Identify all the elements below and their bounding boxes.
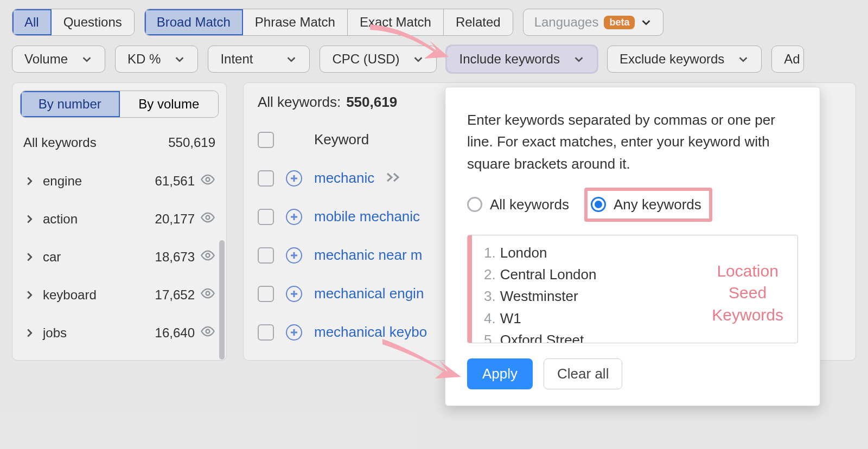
tab-phrase-match[interactable]: Phrase Match bbox=[243, 9, 348, 35]
chevron-right-icon bbox=[23, 213, 35, 225]
popover-instructions: Enter keywords separated by commas or on… bbox=[467, 109, 798, 175]
add-icon[interactable] bbox=[286, 286, 302, 302]
chevron-right-icon bbox=[23, 175, 35, 187]
apply-button[interactable]: Apply bbox=[467, 358, 533, 389]
sidebar: By number By volume All keywords 550,619… bbox=[12, 82, 227, 361]
chevron-down-icon bbox=[174, 53, 186, 65]
textarea-line: 5.Oxford Street bbox=[484, 329, 788, 343]
filter-label: Volume bbox=[24, 52, 68, 67]
filter-exclude-keywords[interactable]: Exclude keywords bbox=[607, 46, 762, 73]
svg-point-2 bbox=[206, 254, 210, 258]
radio-label: Any keywords bbox=[614, 196, 701, 213]
group-count: 18,673 bbox=[155, 249, 195, 265]
location-seed-label: LocationSeedKeywords bbox=[712, 260, 783, 326]
group-name: car bbox=[43, 249, 61, 265]
filter-label: Intent bbox=[220, 52, 253, 67]
tab-group-questions: All Questions bbox=[12, 9, 135, 36]
clear-all-button[interactable]: Clear all bbox=[544, 358, 622, 389]
languages-label: Languages bbox=[534, 15, 599, 30]
eye-icon[interactable] bbox=[200, 172, 215, 190]
add-icon[interactable] bbox=[286, 324, 302, 341]
include-keywords-popover: Enter keywords separated by commas or on… bbox=[445, 87, 820, 406]
sidebar-header-label: All keywords bbox=[23, 135, 97, 150]
checkbox-all[interactable] bbox=[258, 132, 274, 148]
row-checkbox[interactable] bbox=[258, 324, 274, 341]
add-icon[interactable] bbox=[286, 247, 302, 264]
group-name: jobs bbox=[43, 325, 67, 341]
col-keyword: Keyword bbox=[314, 131, 369, 148]
chevron-down-icon bbox=[285, 53, 297, 65]
keyword-link[interactable]: mechanic bbox=[314, 170, 374, 187]
row-checkbox[interactable] bbox=[258, 170, 274, 187]
eye-icon[interactable] bbox=[200, 210, 215, 228]
group-name: keyboard bbox=[43, 287, 97, 303]
chevron-right-icon bbox=[23, 327, 35, 339]
eye-icon[interactable] bbox=[200, 248, 215, 266]
filter-ad[interactable]: Ad bbox=[771, 46, 803, 73]
filter-intent[interactable]: Intent bbox=[208, 46, 310, 73]
chevron-down-icon bbox=[640, 16, 652, 28]
tab-group-match: Broad Match Phrase Match Exact Match Rel… bbox=[144, 9, 513, 36]
filter-label: Ad bbox=[784, 52, 800, 67]
filter-label: KD % bbox=[127, 52, 161, 67]
tab-questions[interactable]: Questions bbox=[52, 9, 134, 35]
filter-volume[interactable]: Volume bbox=[12, 46, 105, 73]
filter-label: Include keywords bbox=[459, 52, 559, 67]
tab-all[interactable]: All bbox=[12, 9, 52, 35]
filter-cpc[interactable]: CPC (USD) bbox=[320, 46, 437, 73]
tab-broad-match[interactable]: Broad Match bbox=[145, 9, 243, 35]
toggle-by-volume[interactable]: By volume bbox=[120, 91, 219, 117]
svg-point-4 bbox=[206, 330, 210, 333]
sidebar-group-row[interactable]: action20,177 bbox=[20, 200, 219, 238]
tab-exact-match[interactable]: Exact Match bbox=[348, 9, 444, 35]
sidebar-summary: All keywords 550,619 bbox=[20, 129, 219, 162]
radio-any-keywords[interactable]: Any keywords bbox=[584, 188, 712, 222]
keyword-link[interactable]: mechanical engin bbox=[314, 285, 424, 302]
sidebar-group-row[interactable]: keyboard17,652 bbox=[20, 276, 219, 314]
keyword-link[interactable]: mobile mechanic bbox=[314, 208, 420, 225]
filter-include-keywords[interactable]: Include keywords bbox=[446, 46, 597, 73]
group-count: 17,652 bbox=[155, 287, 195, 303]
sidebar-group-row[interactable]: jobs16,640 bbox=[20, 314, 219, 352]
scrollbar-thumb[interactable] bbox=[219, 240, 225, 360]
highlight-bar bbox=[468, 235, 472, 343]
eye-icon[interactable] bbox=[200, 324, 215, 342]
row-checkbox[interactable] bbox=[258, 286, 274, 302]
sidebar-group-row[interactable]: engine61,561 bbox=[20, 162, 219, 200]
group-name: engine bbox=[43, 174, 82, 189]
row-checkbox[interactable] bbox=[258, 209, 274, 225]
svg-point-3 bbox=[206, 292, 210, 296]
all-kw-label: All keywords: bbox=[258, 94, 341, 111]
group-count: 61,561 bbox=[155, 174, 195, 189]
chevron-down-icon bbox=[573, 53, 585, 65]
svg-point-1 bbox=[206, 216, 210, 220]
add-icon[interactable] bbox=[286, 209, 302, 225]
chevron-down-icon bbox=[412, 53, 424, 65]
add-icon[interactable] bbox=[286, 170, 302, 187]
chevron-down-icon bbox=[737, 53, 749, 65]
double-chevron-icon bbox=[386, 170, 401, 187]
group-count: 16,640 bbox=[155, 325, 195, 341]
chevron-right-icon bbox=[23, 289, 35, 301]
toggle-by-number[interactable]: By number bbox=[21, 91, 120, 117]
keyword-link[interactable]: mechanical keybo bbox=[314, 324, 427, 341]
beta-badge: beta bbox=[604, 16, 635, 29]
radio-icon bbox=[591, 197, 606, 212]
eye-icon[interactable] bbox=[200, 286, 215, 304]
sidebar-group-row[interactable]: car18,673 bbox=[20, 238, 219, 276]
radio-all-keywords[interactable]: All keywords bbox=[467, 196, 569, 213]
filter-kd[interactable]: KD % bbox=[115, 46, 198, 73]
languages-selector[interactable]: Languages beta bbox=[523, 9, 664, 36]
filter-label: CPC (USD) bbox=[332, 52, 399, 67]
group-count: 20,177 bbox=[155, 211, 195, 227]
all-kw-count: 550,619 bbox=[346, 94, 397, 111]
sidebar-toggle: By number By volume bbox=[20, 91, 219, 118]
keywords-textarea[interactable]: 1.London2.Central London3.Westminster4.W… bbox=[467, 235, 798, 343]
group-name: action bbox=[43, 211, 78, 227]
keyword-link[interactable]: mechanic near m bbox=[314, 247, 422, 264]
tab-related[interactable]: Related bbox=[444, 9, 513, 35]
row-checkbox[interactable] bbox=[258, 247, 274, 264]
chevron-down-icon bbox=[81, 53, 93, 65]
sidebar-header-count: 550,619 bbox=[168, 135, 215, 150]
radio-icon bbox=[467, 197, 482, 212]
